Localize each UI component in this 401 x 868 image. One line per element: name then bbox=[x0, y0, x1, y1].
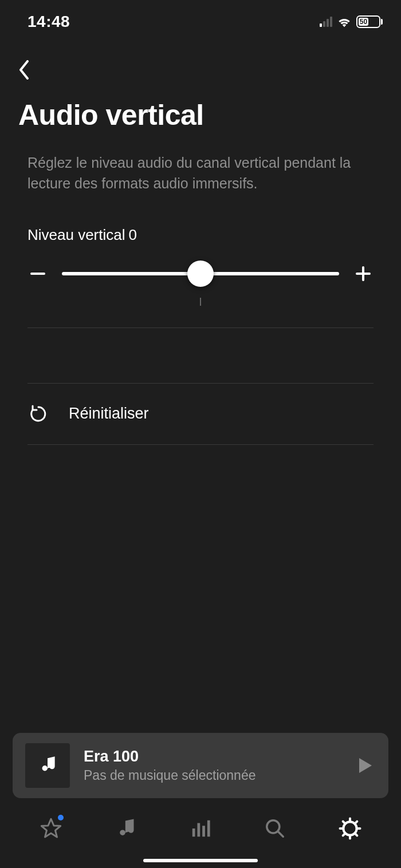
reset-icon bbox=[27, 403, 49, 425]
level-slider[interactable] bbox=[62, 272, 339, 275]
svg-line-15 bbox=[355, 833, 357, 835]
slider-center-tick bbox=[200, 298, 201, 306]
slider-value: 0 bbox=[129, 226, 137, 244]
cellular-signal-icon bbox=[320, 17, 332, 27]
svg-rect-6 bbox=[207, 820, 210, 837]
reset-button[interactable]: Réinitialiser bbox=[0, 384, 401, 444]
page-description: Réglez le niveau audio du canal vertical… bbox=[0, 132, 401, 194]
svg-rect-5 bbox=[202, 826, 205, 837]
play-button[interactable] bbox=[355, 755, 376, 776]
album-art-placeholder bbox=[25, 743, 70, 788]
vertical-level-control: Niveau vertical 0 bbox=[0, 194, 401, 306]
slider-label: Niveau vertical bbox=[27, 226, 125, 244]
playback-status: Pas de musique sélectionnée bbox=[84, 768, 341, 783]
svg-line-16 bbox=[343, 833, 345, 835]
svg-rect-4 bbox=[197, 823, 200, 837]
search-icon bbox=[264, 818, 286, 839]
star-icon bbox=[40, 817, 62, 840]
svg-rect-3 bbox=[192, 828, 195, 837]
decrease-button[interactable] bbox=[27, 263, 48, 284]
minus-icon bbox=[30, 273, 45, 275]
music-note-icon bbox=[37, 755, 58, 776]
tab-music[interactable] bbox=[110, 812, 142, 845]
wifi-icon bbox=[337, 16, 352, 27]
divider bbox=[27, 328, 374, 328]
music-note-icon bbox=[116, 818, 136, 839]
plus-icon bbox=[356, 266, 371, 281]
increase-button[interactable] bbox=[353, 263, 374, 284]
status-bar: 14:48 50 bbox=[0, 0, 401, 39]
battery-icon: 50 bbox=[356, 15, 383, 28]
divider bbox=[27, 444, 374, 445]
status-indicators: 50 bbox=[320, 15, 383, 28]
home-indicator[interactable] bbox=[143, 859, 258, 862]
play-icon bbox=[358, 757, 373, 774]
tab-settings[interactable] bbox=[334, 812, 366, 845]
svg-rect-2 bbox=[356, 273, 371, 275]
svg-rect-0 bbox=[30, 273, 45, 275]
svg-line-17 bbox=[355, 822, 357, 824]
notification-dot bbox=[58, 815, 64, 820]
equalizer-icon bbox=[190, 818, 211, 839]
now-playing-info: Era 100 Pas de musique sélectionnée bbox=[84, 748, 341, 783]
back-button[interactable] bbox=[14, 60, 34, 80]
svg-line-14 bbox=[343, 822, 345, 824]
tab-search[interactable] bbox=[259, 812, 291, 845]
battery-percent: 50 bbox=[359, 18, 368, 26]
tab-favorites[interactable] bbox=[35, 812, 67, 845]
status-time: 14:48 bbox=[27, 13, 70, 31]
gear-icon bbox=[339, 817, 361, 840]
slider-thumb[interactable] bbox=[187, 261, 214, 287]
tab-equalizer[interactable] bbox=[184, 812, 217, 845]
now-playing-bar[interactable]: Era 100 Pas de musique sélectionnée bbox=[13, 733, 388, 798]
page-title: Audio vertical bbox=[0, 80, 401, 132]
reset-label: Réinitialiser bbox=[69, 405, 149, 423]
chevron-left-icon bbox=[18, 60, 30, 80]
device-name: Era 100 bbox=[84, 748, 341, 766]
svg-line-8 bbox=[278, 832, 284, 837]
